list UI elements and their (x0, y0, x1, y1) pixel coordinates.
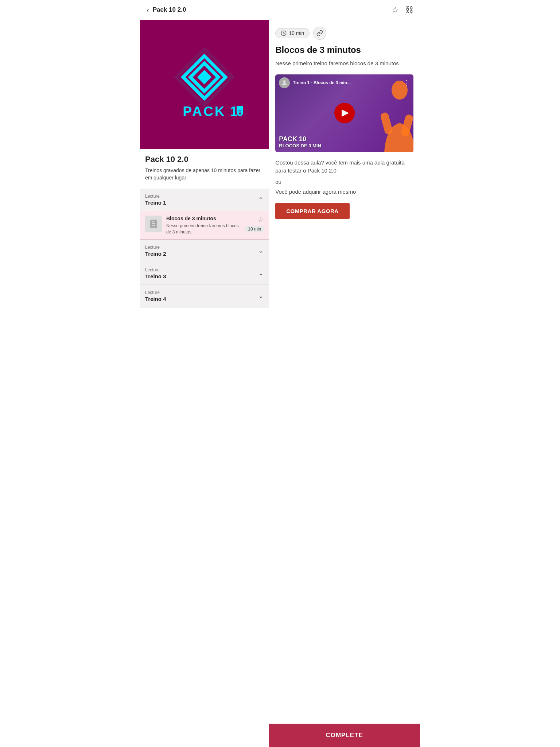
header-left: ‹ Pack 10 2.0 (147, 6, 186, 14)
lecture-label-3: Lecture (145, 267, 166, 272)
play-triangle-icon (342, 109, 349, 117)
lecture-item-thumbnail (145, 216, 162, 232)
lecture-list: Lecture Treino 1 ⌃ Blocos de 3 minutos N… (140, 189, 269, 307)
lecture-section-treino2[interactable]: Lecture Treino 2 ⌄ (140, 240, 269, 262)
video-thumbnail[interactable]: Treino 1 - Blocos de 3 min... ⋮ PACK 10 … (275, 74, 413, 152)
lecture-section-treino1[interactable]: Lecture Treino 1 ⌃ (140, 189, 269, 211)
buy-button[interactable]: COMPRAR AGORA (275, 203, 349, 219)
video-pack-title: PACK 10 (279, 136, 321, 143)
video-person-image (351, 74, 413, 152)
course-info: Pack 10 2.0 Treinos gravados de apenas 1… (140, 149, 269, 184)
clock-icon (281, 30, 287, 36)
chevron-down-icon-4: ⌄ (258, 292, 264, 300)
chevron-up-icon: ⌃ (258, 196, 264, 204)
svg-text:PACK: PACK (183, 104, 226, 119)
duration-badge: 10 min (245, 226, 264, 232)
lecture-item-title: Blocos de 3 minutos (166, 216, 241, 221)
svg-marker-3 (197, 70, 212, 85)
svg-point-11 (392, 81, 408, 100)
bookmark-icon[interactable]: ☆ (392, 5, 399, 15)
course-description: Treinos gravados de apenas 10 minutos pa… (145, 167, 264, 181)
lecture-section-treino4[interactable]: Lecture Treino 4 ⌄ (140, 285, 269, 307)
share-icon[interactable]: ⛓ (405, 5, 413, 15)
lecture-label-2: Lecture (145, 245, 166, 250)
link-icon[interactable] (313, 27, 326, 40)
hero-image: PACK 1 0 (140, 20, 269, 149)
lecture-section-treino3[interactable]: Lecture Treino 3 ⌄ (140, 262, 269, 285)
buy-text: Você pode adquirir agora mesmo (275, 189, 413, 195)
content-title: Blocos de 3 minutos (275, 45, 413, 55)
lecture-item-desc: Nesse primeiro treino faremos blocos de … (166, 223, 241, 235)
chevron-down-icon-2: ⌄ (258, 247, 264, 255)
lecture-label-4: Lecture (145, 290, 166, 295)
lecture-name-2: Treino 2 (145, 251, 166, 257)
chevron-down-icon-3: ⌄ (258, 269, 264, 277)
time-badge: 10 min (275, 28, 310, 38)
left-column: PACK 1 0 Pack 10 2.0 Treinos gravados de… (140, 20, 269, 307)
svg-point-10 (283, 80, 286, 83)
or-text: ou (275, 179, 413, 185)
lecture-item-blocos[interactable]: Blocos de 3 minutos Nesse primeiro trein… (140, 211, 269, 239)
lecture-name-4: Treino 4 (145, 296, 166, 302)
lecture-label-1: Lecture (145, 194, 166, 199)
video-avatar (279, 77, 290, 88)
back-button[interactable]: ‹ (147, 6, 149, 14)
svg-rect-8 (239, 108, 241, 111)
header-title: Pack 10 2.0 (153, 6, 186, 13)
header-right: ☆ ⛓ (392, 5, 413, 15)
lecture-name-1: Treino 1 (145, 200, 166, 206)
meta-row: 10 min (275, 27, 413, 40)
content-description: Nesse primeiro treino faremos blocos de … (275, 59, 413, 68)
svg-rect-12 (380, 112, 393, 135)
right-column: 10 min Blocos de 3 minutos Nesse primeir… (269, 20, 420, 248)
promo-text: Gostou dessa aula? você tem mais uma aul… (275, 159, 413, 175)
star-icon[interactable]: ☆ (258, 216, 264, 224)
video-pack-subtitle: BLOCOS DE 3 MIN (279, 143, 321, 148)
duration-text: 10 min (289, 30, 304, 36)
header: ‹ Pack 10 2.0 ☆ ⛓ (140, 0, 420, 20)
lecture-name-3: Treino 3 (145, 273, 166, 279)
main-layout: PACK 1 0 Pack 10 2.0 Treinos gravados de… (140, 20, 420, 307)
course-title: Pack 10 2.0 (145, 155, 264, 164)
